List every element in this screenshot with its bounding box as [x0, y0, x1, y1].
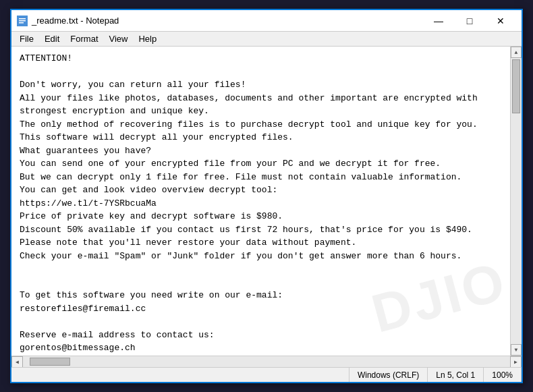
scroll-h-track[interactable]: [23, 356, 510, 367]
menu-bar: File Edit Format View Help: [11, 32, 522, 47]
scroll-up-arrow[interactable]: ▲: [511, 47, 522, 58]
svg-rect-2: [19, 20, 26, 22]
scroll-track[interactable]: [511, 58, 522, 344]
menu-file[interactable]: File: [14, 32, 39, 45]
title-bar: _readme.txt - Notepad — □ ✕: [11, 10, 522, 32]
window-title: _readme.txt - Notepad: [32, 16, 423, 26]
svg-rect-3: [19, 22, 24, 24]
content-area: ATTENTION! Don't worry, you can return a…: [11, 47, 522, 356]
status-encoding: Windows (CRLF): [349, 368, 428, 382]
window-controls: — □ ✕: [423, 10, 516, 32]
horizontal-scrollbar[interactable]: ◀ ▶: [11, 356, 522, 367]
minimize-button[interactable]: —: [423, 10, 454, 32]
app-icon: [17, 16, 28, 26]
maximize-button[interactable]: □: [454, 10, 485, 32]
scroll-left-arrow[interactable]: ◀: [11, 356, 23, 368]
text-editor[interactable]: ATTENTION! Don't worry, you can return a…: [11, 47, 510, 356]
status-zoom: 100%: [484, 368, 522, 382]
status-empty: [11, 368, 349, 382]
vertical-scrollbar[interactable]: ▲ ▼: [510, 47, 522, 356]
close-button[interactable]: ✕: [485, 10, 516, 32]
scroll-thumb[interactable]: [512, 59, 520, 113]
menu-help[interactable]: Help: [133, 32, 162, 45]
menu-view[interactable]: View: [104, 32, 134, 45]
scroll-h-thumb[interactable]: [30, 358, 70, 366]
status-line-col: Ln 5, Col 1: [428, 368, 484, 382]
scroll-down-arrow[interactable]: ▼: [511, 344, 522, 356]
menu-format[interactable]: Format: [65, 32, 103, 45]
notepad-window: _readme.txt - Notepad — □ ✕ File Edit Fo…: [10, 9, 523, 383]
menu-edit[interactable]: Edit: [39, 32, 65, 45]
status-bar: Windows (CRLF) Ln 5, Col 1 100%: [11, 367, 522, 382]
scroll-right-arrow[interactable]: ▶: [510, 356, 522, 368]
svg-rect-1: [19, 18, 26, 20]
